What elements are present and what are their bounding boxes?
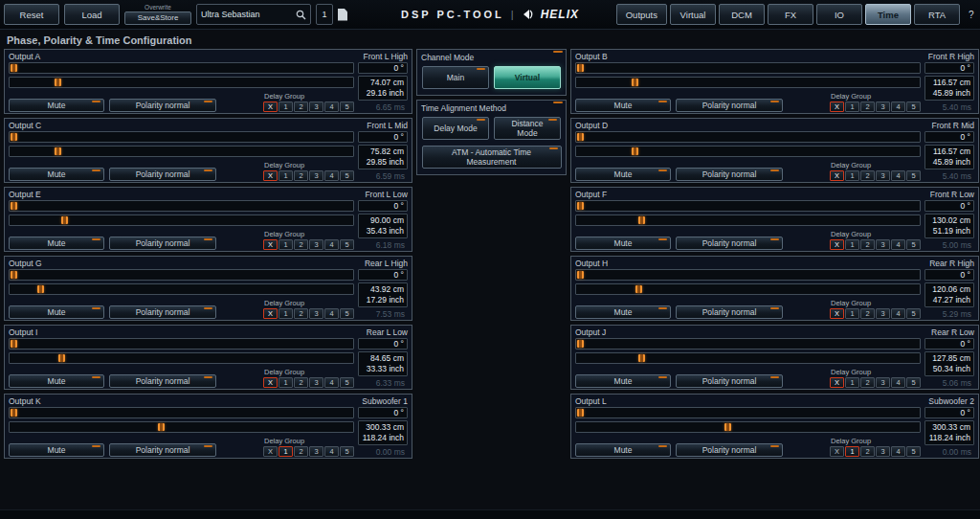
slider-handle[interactable] (577, 340, 584, 348)
slider-handle[interactable] (55, 147, 61, 155)
document-icon[interactable] (338, 9, 347, 21)
distance-value[interactable]: 43.92 cm17.29 inch (358, 282, 408, 307)
delay-group-option-3[interactable]: 3 (876, 377, 890, 388)
mute-button[interactable]: Mute (575, 168, 671, 181)
slider-handle[interactable] (724, 423, 731, 431)
polarity-button[interactable]: Polarity normal (109, 168, 216, 181)
phase-value[interactable]: 0 ° (924, 62, 974, 74)
delay-group-option-1[interactable]: 1 (278, 308, 293, 319)
delay-group-option-5[interactable]: 5 (906, 377, 921, 388)
slider-handle[interactable] (577, 409, 584, 417)
reset-button[interactable]: Reset (4, 4, 59, 25)
delay-group-option-x[interactable]: X (263, 377, 278, 388)
main-mode-button[interactable]: Main (422, 66, 489, 89)
slider-handle[interactable] (638, 354, 645, 362)
delay-group-option-3[interactable]: 3 (309, 377, 323, 388)
delay-group-option-5[interactable]: 5 (906, 239, 921, 250)
delay-group-option-x[interactable]: X (830, 446, 844, 457)
mute-button[interactable]: Mute (575, 237, 671, 250)
slider-handle[interactable] (632, 79, 638, 86)
slider-handle[interactable] (11, 64, 17, 72)
distance-value[interactable]: 75.82 cm29.85 inch (358, 145, 408, 169)
phase-slider[interactable] (9, 338, 354, 350)
preset-number-field[interactable]: 1 (316, 4, 333, 25)
delay-group-option-5[interactable]: 5 (340, 446, 354, 457)
polarity-button[interactable]: Polarity normal (109, 99, 216, 112)
delay-group-option-4[interactable]: 4 (891, 170, 905, 181)
phase-slider[interactable] (9, 407, 354, 418)
polarity-button[interactable]: Polarity normal (676, 237, 783, 250)
polarity-button[interactable]: Polarity normal (676, 443, 783, 457)
mute-button[interactable]: Mute (9, 237, 104, 250)
delay-slider[interactable] (575, 77, 921, 88)
slider-handle[interactable] (577, 271, 584, 279)
delay-group-option-2[interactable]: 2 (860, 446, 875, 457)
slider-handle[interactable] (11, 133, 17, 141)
mute-button[interactable]: Mute (9, 305, 104, 319)
polarity-button[interactable]: Polarity normal (109, 374, 216, 388)
delay-slider[interactable] (9, 77, 354, 88)
mute-button[interactable]: Mute (9, 99, 104, 112)
load-button[interactable]: Load (64, 4, 120, 25)
delay-group-option-3[interactable]: 3 (876, 446, 890, 457)
mute-button[interactable]: Mute (575, 305, 671, 319)
delay-group-option-4[interactable]: 4 (891, 308, 905, 319)
delay-group-option-2[interactable]: 2 (294, 239, 308, 250)
delay-group-option-2[interactable]: 2 (860, 239, 875, 250)
slider-handle[interactable] (158, 423, 165, 431)
mute-button[interactable]: Mute (9, 168, 104, 181)
slider-handle[interactable] (11, 409, 17, 417)
distance-value[interactable]: 84.65 cm33.33 inch (358, 351, 408, 376)
slider-handle[interactable] (55, 79, 61, 86)
delay-slider[interactable] (9, 421, 354, 433)
delay-group-option-1[interactable]: 1 (845, 377, 859, 388)
phase-value[interactable]: 0 ° (358, 62, 408, 74)
delay-group-option-5[interactable]: 5 (340, 239, 354, 250)
delay-group-option-4[interactable]: 4 (891, 102, 905, 112)
nav-virtual[interactable]: Virtual (670, 4, 716, 25)
phase-value[interactable]: 0 ° (358, 131, 408, 143)
delay-group-option-x[interactable]: X (830, 170, 844, 181)
polarity-button[interactable]: Polarity normal (109, 237, 216, 250)
delay-group-option-4[interactable]: 4 (324, 446, 339, 457)
nav-fx[interactable]: FX (768, 4, 813, 25)
delay-group-option-1[interactable]: 1 (845, 170, 859, 181)
delay-group-option-5[interactable]: 5 (906, 170, 921, 181)
delay-group-option-3[interactable]: 3 (309, 170, 323, 181)
delay-group-option-1[interactable]: 1 (278, 102, 293, 112)
delay-group-option-3[interactable]: 3 (876, 239, 890, 250)
phase-slider[interactable] (9, 269, 354, 281)
delay-slider[interactable] (9, 352, 354, 364)
delay-group-option-1[interactable]: 1 (845, 446, 859, 457)
delay-group-option-x[interactable]: X (263, 446, 278, 457)
slider-handle[interactable] (577, 133, 584, 141)
delay-group-option-3[interactable]: 3 (309, 308, 323, 319)
delay-group-option-x[interactable]: X (830, 377, 844, 388)
delay-group-option-5[interactable]: 5 (340, 377, 354, 388)
mute-button[interactable]: Mute (575, 99, 671, 112)
nav-dcm[interactable]: DCM (719, 4, 765, 25)
delay-group-option-1[interactable]: 1 (845, 308, 859, 319)
delay-group-option-x[interactable]: X (830, 308, 844, 319)
distance-mode-button[interactable]: Distance Mode (494, 117, 561, 140)
delay-group-option-5[interactable]: 5 (906, 446, 921, 457)
phase-slider[interactable] (575, 200, 921, 212)
phase-slider[interactable] (575, 62, 921, 74)
distance-value[interactable]: 130.02 cm51.19 inch (924, 214, 974, 238)
delay-mode-button[interactable]: Delay Mode (422, 117, 489, 140)
mute-button[interactable]: Mute (9, 374, 104, 388)
delay-group-option-2[interactable]: 2 (294, 377, 308, 388)
phase-slider[interactable] (9, 62, 354, 74)
delay-group-option-x[interactable]: X (263, 308, 278, 319)
delay-group-option-3[interactable]: 3 (309, 102, 323, 112)
phase-value[interactable]: 0 ° (358, 338, 408, 350)
nav-io[interactable]: IO (816, 4, 862, 25)
distance-value[interactable]: 127.85 cm50.34 inch (924, 351, 974, 376)
slider-handle[interactable] (577, 202, 584, 210)
delay-group-option-3[interactable]: 3 (876, 308, 890, 319)
slider-handle[interactable] (11, 340, 17, 348)
delay-group-option-4[interactable]: 4 (891, 377, 905, 388)
delay-group-option-1[interactable]: 1 (278, 170, 293, 181)
delay-group-option-2[interactable]: 2 (860, 377, 875, 388)
delay-group-option-4[interactable]: 4 (324, 308, 339, 319)
